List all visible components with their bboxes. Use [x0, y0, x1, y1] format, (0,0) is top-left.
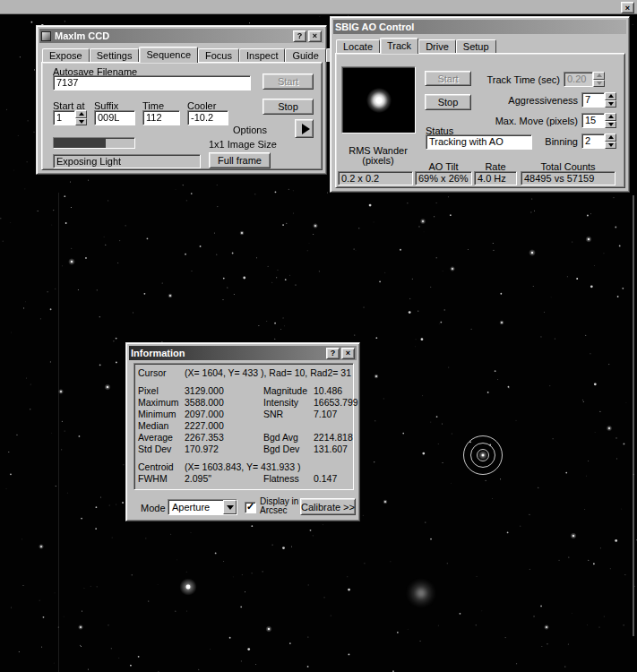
options-label: Options [233, 125, 267, 135]
help-icon[interactable]: ? [293, 30, 306, 42]
info-value: 170.972 [185, 444, 263, 455]
close-icon[interactable]: × [308, 30, 322, 42]
info-value: (X= 1604, Y= 433 ), Rad= 10, Rad2= 31 [185, 367, 349, 379]
info-row-average: Average 2267.353 Bgd Avg 2214.818 [138, 432, 349, 444]
options-arrow-icon [302, 124, 310, 134]
aggressiveness-label: Aggressiveness [465, 95, 578, 106]
binning-stepper[interactable] [605, 134, 616, 149]
spin-up-icon[interactable] [75, 110, 87, 118]
marker-ring-outer [463, 435, 503, 475]
info-value: 7.107 [314, 409, 349, 420]
info-value: 2227.000 [185, 420, 263, 432]
display-in-arcsec-checkbox[interactable] [245, 502, 256, 513]
sbig-window-title: SBIG AO Control [335, 22, 414, 32]
max-move-field[interactable]: 15 [581, 113, 605, 128]
start-at-stepper[interactable] [75, 110, 87, 125]
tab-expose[interactable]: Expose [42, 48, 90, 62]
info-value: 2097.000 [185, 409, 263, 420]
max-move-stepper[interactable] [605, 113, 616, 128]
total-counts-value: 48495 vs 57159 [521, 171, 615, 185]
info-label: SNR [263, 409, 314, 420]
spin-down-icon[interactable] [605, 121, 616, 129]
info-label: Std Dev [138, 444, 185, 455]
info-label: Median [138, 420, 185, 432]
spin-down-icon[interactable] [605, 100, 616, 108]
spin-down-icon[interactable] [593, 80, 605, 88]
maxim-ccd-window: MaxIm CCD ? × Expose Settings Sequence F… [36, 25, 327, 175]
image-size-label: 1x1 Image Size [209, 139, 277, 150]
ao-status-box: Tracking with AO [426, 134, 532, 150]
tab-setup[interactable]: Setup [456, 39, 496, 53]
info-row-maximum: Maximum 3588.000 Intensity 16653.799 [138, 397, 349, 409]
binning-field[interactable]: 2 [581, 134, 605, 149]
info-label: Cursor [138, 367, 185, 379]
track-time-label: Track Time (sec) [465, 74, 560, 85]
statistics-panel: Cursor (X= 1604, Y= 433 ), Rad= 10, Rad2… [133, 363, 354, 490]
info-row-fwhm: FWHM 2.095" Flatness 0.147 [138, 473, 349, 485]
track-time-field[interactable]: 0.20 [564, 72, 593, 87]
tab-locate[interactable]: Locate [336, 39, 380, 53]
autosave-filename-input[interactable]: 7137 [53, 75, 251, 90]
time-field[interactable]: 112 [142, 110, 180, 125]
tab-inspect[interactable]: Inspect [239, 48, 285, 62]
calibrate-button[interactable]: Calibrate >> [300, 498, 356, 515]
info-row-spacer [138, 455, 349, 461]
info-value: 0.147 [314, 473, 349, 485]
maxim-tabs: Expose Settings Sequence Focus Inspect G… [42, 47, 366, 62]
stop-button[interactable]: Stop [263, 99, 314, 115]
start-button[interactable]: Start [263, 73, 314, 90]
guide-star-thumbnail[interactable] [341, 66, 416, 134]
camera-status-box: Exposing Light [53, 154, 201, 168]
track-time-stepper[interactable] [593, 72, 605, 87]
info-value: 2214.818 [314, 432, 353, 444]
target-star-marker [461, 434, 504, 477]
chevron-down-icon[interactable] [223, 500, 237, 514]
mode-selected-value: Aperture [172, 502, 210, 513]
galaxy-blob [405, 579, 437, 607]
start-at-field[interactable]: 1 [53, 110, 75, 125]
info-value: (X= 1603.843, Y= 431.933 ) [185, 461, 349, 473]
aggressiveness-stepper[interactable] [605, 92, 616, 108]
spin-up-icon[interactable] [605, 134, 616, 142]
full-frame-button[interactable]: Full frame [209, 152, 271, 168]
information-titlebar-buttons: ? × [326, 348, 355, 359]
spin-up-icon[interactable] [605, 113, 616, 121]
guide-star-image [366, 88, 392, 113]
spin-down-icon[interactable] [75, 118, 87, 126]
info-row-minimum: Minimum 2097.000 SNR 7.107 [138, 409, 349, 420]
info-row-stddev: Std Dev 170.972 Bgd Dev 131.607 [138, 444, 349, 455]
desktop: × MaxIm CCD ? × Expose Settings Sequence… [0, 0, 637, 672]
tab-drive[interactable]: Drive [418, 39, 456, 53]
mode-select[interactable]: Aperture [168, 499, 237, 515]
aggressiveness-field[interactable]: 7 [581, 92, 605, 108]
tab-focus[interactable]: Focus [198, 48, 239, 62]
sbig-ao-window: SBIG AO Control Locate Track Drive Setup… [330, 16, 630, 193]
spin-up-icon[interactable] [593, 72, 605, 80]
tab-track[interactable]: Track [380, 38, 418, 54]
info-label: Average [138, 432, 185, 444]
maxim-window-title: MaxIm CCD [55, 30, 109, 41]
close-icon[interactable]: × [621, 2, 634, 13]
spin-down-icon[interactable] [605, 142, 616, 150]
sbig-titlebar[interactable]: SBIG AO Control [333, 20, 626, 34]
info-value: 16653.799 [314, 397, 358, 409]
help-icon[interactable]: ? [326, 348, 340, 359]
info-label: Maximum [138, 397, 185, 409]
info-value: 2267.353 [185, 432, 263, 444]
suffix-field[interactable]: 009L [94, 110, 135, 125]
info-label: Magnitude [263, 385, 314, 397]
maxim-titlebar[interactable]: MaxIm CCD ? × [39, 29, 323, 43]
info-row-pixel: Pixel 3129.000 Magnitude 10.486 [138, 385, 349, 397]
spin-up-icon[interactable] [605, 92, 616, 100]
tab-sequence[interactable]: Sequence [139, 47, 198, 63]
info-label: Bgd Avg [263, 432, 314, 444]
close-icon[interactable]: × [341, 348, 355, 359]
information-titlebar[interactable]: Information ? × [129, 346, 357, 360]
max-move-label: Max. Move (pixels) [465, 116, 578, 126]
tab-settings[interactable]: Settings [90, 48, 140, 62]
options-button[interactable] [295, 119, 314, 138]
info-label: Centroid [138, 461, 185, 473]
cooler-field[interactable]: -10.2 [187, 110, 228, 125]
tab-guide[interactable]: Guide [285, 48, 325, 62]
info-label: Pixel [138, 385, 185, 397]
